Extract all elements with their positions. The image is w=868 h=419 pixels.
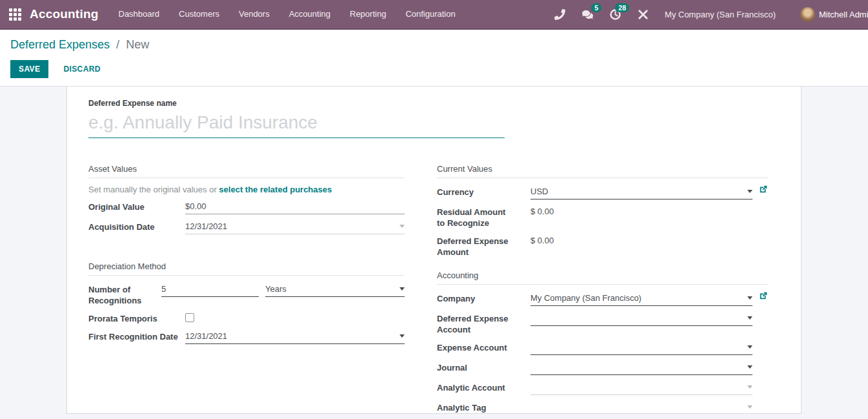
acquisition-date-row: Acquisition Date 12/31/2021: [88, 220, 405, 234]
company-label: Company: [437, 291, 530, 304]
chevron-down-icon[interactable]: [399, 287, 405, 291]
acquisition-date-input[interactable]: 12/31/2021: [185, 220, 405, 234]
external-link-icon[interactable]: [759, 185, 768, 194]
chevron-down-icon[interactable]: [399, 225, 405, 228]
deferred-expense-name-input[interactable]: [88, 111, 505, 138]
phone-icon[interactable]: [546, 9, 574, 20]
menu-dashboard[interactable]: Dashboard: [109, 0, 170, 28]
journal-select[interactable]: [530, 360, 752, 375]
chevron-down-icon[interactable]: [747, 405, 752, 409]
prorata-temporis-label: Prorata Temporis: [88, 311, 185, 324]
asset-values-helper: Set manually the original values or sele…: [88, 185, 405, 194]
expense-account-select[interactable]: [530, 340, 752, 355]
control-panel-buttons: SAVE DISCARD: [10, 60, 868, 78]
tools-icon[interactable]: [629, 9, 657, 20]
app-title[interactable]: Accounting: [30, 7, 99, 21]
company-row: Company My Company (San Francisco): [437, 291, 768, 306]
expense-account-row: Expense Account: [437, 340, 768, 355]
chevron-down-icon[interactable]: [747, 385, 752, 389]
currency-select[interactable]: USD: [530, 185, 752, 199]
breadcrumb-new: New: [126, 38, 149, 51]
user-avatar[interactable]: [800, 7, 815, 22]
acquisition-date-label: Acquisition Date: [88, 220, 185, 232]
breadcrumb: Deferred Expenses / New: [10, 37, 868, 52]
original-value-row: Original Value $0.00: [88, 199, 405, 214]
depreciation-method-section-title: Depreciation Method: [88, 261, 405, 276]
original-value-input[interactable]: $0.00: [185, 199, 405, 214]
number-of-recognitions-row: Number of Recognitions 5 Years: [88, 282, 405, 306]
prorata-temporis-row: Prorata Temporis: [88, 311, 405, 324]
analytic-tag-label: Analytic Tag: [437, 400, 530, 413]
currency-row: Currency USD: [437, 185, 768, 199]
deferred-expense-amount-row: Deferred Expense Amount $ 0.00: [437, 234, 768, 258]
right-column: Current Values Currency USD Residual Am: [437, 164, 768, 414]
save-button[interactable]: SAVE: [10, 60, 48, 78]
activities-count-badge: 28: [615, 3, 629, 13]
number-of-recognitions-input[interactable]: 5: [161, 282, 259, 297]
messages-icon[interactable]: 5: [574, 9, 601, 20]
left-column: Asset Values Set manually the original v…: [88, 164, 405, 414]
messages-count-badge: 5: [591, 3, 601, 13]
accounting-section-title: Accounting: [437, 271, 768, 285]
analytic-tag-row: Analytic Tag: [437, 400, 768, 414]
discard-button[interactable]: DISCARD: [59, 64, 104, 74]
main-menu: Dashboard Customers Vendors Accounting R…: [109, 0, 465, 28]
company-select[interactable]: My Company (San Francisco): [530, 291, 752, 306]
deferred-expense-name-label: Deferred Expense name: [88, 99, 767, 108]
number-of-recognitions-label: Number of Recognitions: [88, 282, 161, 306]
form-sheet: Deferred Expense name Asset Values Set m…: [66, 87, 802, 414]
user-menu[interactable]: Mitchell Admin: [819, 10, 868, 19]
currency-label: Currency: [437, 185, 530, 198]
deferred-expense-account-select[interactable]: [530, 311, 752, 326]
top-navbar: Accounting Dashboard Customers Vendors A…: [0, 0, 868, 30]
deferred-expense-account-row: Deferred Expense Account: [437, 311, 768, 335]
prorata-temporis-checkbox[interactable]: [185, 313, 194, 322]
page-background: Deferred Expense name Asset Values Set m…: [0, 87, 868, 419]
first-recognition-date-row: First Recognition Date 12/31/2021: [88, 329, 405, 344]
breadcrumb-separator: /: [113, 38, 123, 51]
journal-label: Journal: [437, 360, 530, 373]
deferred-expense-account-label: Deferred Expense Account: [437, 311, 530, 335]
control-panel: Deferred Expenses / New SAVE DISCARD: [0, 30, 868, 87]
chevron-down-icon[interactable]: [399, 334, 405, 338]
residual-amount-value: $ 0.00: [530, 205, 752, 220]
chevron-down-icon[interactable]: [747, 345, 752, 349]
analytic-account-label: Analytic Account: [437, 380, 530, 393]
company-switcher[interactable]: My Company (San Francisco): [665, 10, 776, 19]
menu-configuration[interactable]: Configuration: [396, 0, 465, 28]
analytic-account-select[interactable]: [530, 380, 752, 395]
menu-reporting[interactable]: Reporting: [340, 0, 396, 28]
chevron-down-icon[interactable]: [747, 296, 752, 300]
expense-account-label: Expense Account: [437, 340, 530, 353]
menu-vendors[interactable]: Vendors: [229, 0, 279, 28]
external-link-icon[interactable]: [759, 291, 768, 300]
journal-row: Journal: [437, 360, 768, 375]
analytic-account-row: Analytic Account: [437, 380, 768, 395]
analytic-tag-select[interactable]: [530, 400, 752, 414]
asset-values-section-title: Asset Values: [88, 164, 405, 178]
activities-clock-icon[interactable]: 28: [601, 9, 629, 20]
select-related-purchases-link[interactable]: select the related purchases: [219, 185, 332, 194]
deferred-expense-amount-label: Deferred Expense Amount: [437, 234, 530, 258]
chevron-down-icon[interactable]: [747, 190, 752, 193]
apps-grid-icon[interactable]: [9, 8, 21, 21]
deferred-expense-amount-value: $ 0.00: [530, 234, 752, 249]
menu-accounting[interactable]: Accounting: [279, 0, 340, 28]
first-recognition-date-input[interactable]: 12/31/2021: [185, 329, 405, 344]
breadcrumb-deferred-expenses[interactable]: Deferred Expenses: [10, 38, 110, 51]
chevron-down-icon[interactable]: [747, 365, 752, 369]
residual-amount-label: Residual Amount to Recognize: [437, 205, 530, 229]
first-recognition-date-label: First Recognition Date: [88, 329, 185, 342]
original-value-label: Original Value: [88, 199, 185, 212]
recognition-period-select[interactable]: Years: [265, 282, 405, 297]
chevron-down-icon[interactable]: [747, 316, 752, 320]
navbar-systray: 5 28 My Company (San Francisco) Mitchell…: [546, 7, 868, 22]
current-values-section-title: Current Values: [437, 164, 768, 178]
residual-amount-row: Residual Amount to Recognize $ 0.00: [437, 205, 768, 229]
menu-customers[interactable]: Customers: [169, 0, 229, 28]
